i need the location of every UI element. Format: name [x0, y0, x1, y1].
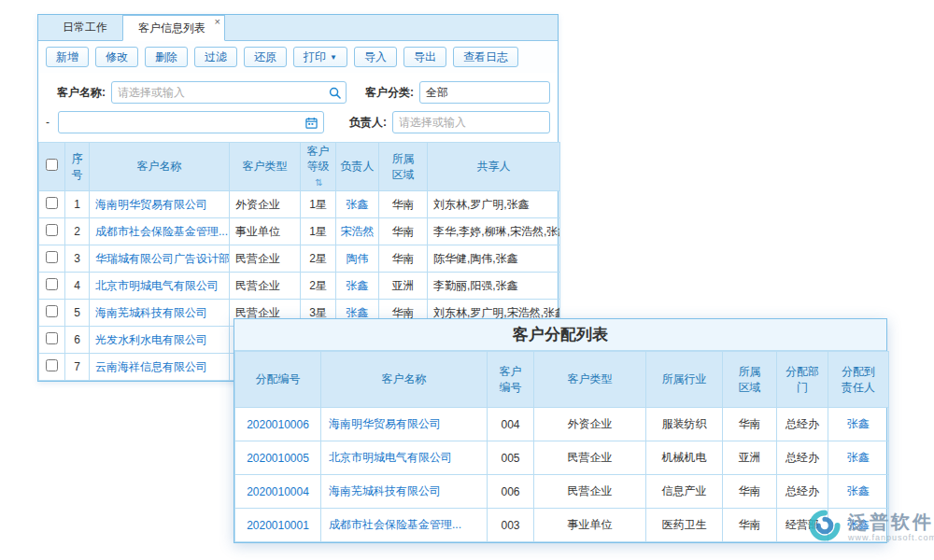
customer-name-link[interactable]: 成都市社会保险基金管理... [95, 225, 228, 238]
row-checkbox[interactable] [46, 359, 58, 371]
tab-customer-info-list[interactable]: 客户信息列表 × [122, 15, 225, 41]
alloc-no-cell: 2020010001 [235, 509, 321, 542]
customer-name-cell: 海南芜城科技有限公司 [90, 300, 230, 327]
customer-name-cell: 光发水利水电有限公司 [90, 327, 230, 354]
allocation-table-body: 2020010006 海南明华贸易有限公司 004 外资企业 服装纺织 华南 总… [235, 408, 889, 542]
shared-cell: 陈华健,陶伟,张鑫 [428, 245, 560, 273]
owner-label: 负责人: [330, 115, 387, 131]
customer-name-link[interactable]: 海南明华贸易有限公司 [95, 198, 207, 211]
sort-icon[interactable]: ⇅ [315, 177, 322, 188]
customer-name-field[interactable] [111, 81, 347, 104]
customer-name-link[interactable]: 光发水利水电有限公司 [95, 333, 207, 346]
alloc-customer-name-link[interactable]: 海南芜城科技有限公司 [329, 484, 441, 497]
customer-row[interactable]: 1 海南明华贸易有限公司 外资企业 1星 张鑫 华南 刘东林,罗广明,张鑫 [39, 191, 560, 218]
screen: 日常工作 客户信息列表 × 新增 修改 删除 过滤 还原 打印 ▼ 导入 导出 … [0, 0, 934, 560]
restore-button[interactable]: 还原 [244, 47, 287, 67]
row-checkbox[interactable] [46, 224, 58, 236]
row-select-cell [39, 300, 65, 327]
allocation-row[interactable]: 2020010006 海南明华贸易有限公司 004 外资企业 服装纺织 华南 总… [235, 408, 889, 441]
date-input[interactable] [59, 116, 300, 129]
owner-cell: 陶伟 [336, 245, 379, 273]
alloc-no-link[interactable]: 2020010001 [247, 519, 309, 532]
row-checkbox[interactable] [46, 197, 58, 209]
edit-button[interactable]: 修改 [95, 47, 138, 67]
col-header-customer-level[interactable]: 客户 等级⇅ [301, 143, 336, 191]
owner-link[interactable]: 张鑫 [347, 279, 369, 292]
search-icon[interactable] [323, 87, 346, 99]
assignee-link[interactable]: 张鑫 [847, 417, 870, 430]
col-header-index: 序 号 [65, 143, 90, 191]
add-button[interactable]: 新增 [46, 47, 89, 67]
assignee-link[interactable]: 张鑫 [847, 451, 870, 464]
tab-daily-work-label: 日常工作 [63, 20, 107, 35]
row-index: 6 [65, 327, 90, 354]
view-log-button[interactable]: 查看日志 [453, 47, 518, 67]
col-header-region: 所属 区域 [379, 143, 428, 191]
alloc-no-cell: 2020010004 [235, 475, 321, 509]
row-checkbox[interactable] [46, 251, 58, 263]
row-select-cell [39, 191, 65, 218]
alloc-customer-name-cell: 北京市明城电气有限公司 [321, 441, 488, 475]
tab-close-icon[interactable]: × [215, 17, 220, 27]
print-button[interactable]: 打印 ▼ [293, 47, 347, 67]
alloc-customer-name-link[interactable]: 北京市明城电气有限公司 [329, 451, 452, 464]
allocation-row[interactable]: 2020010001 成都市社会保险基金管理... 003 事业单位 医药卫生 … [235, 509, 889, 542]
alloc-region-cell: 华南 [723, 475, 777, 509]
customer-category-select[interactable]: 全部 [419, 81, 550, 104]
alloc-customer-name-link[interactable]: 海南明华贸易有限公司 [329, 417, 441, 430]
region-cell: 华南 [379, 245, 428, 273]
customer-name-link[interactable]: 云南海祥信息有限公司 [95, 360, 207, 373]
customer-row[interactable]: 4 北京市明城电气有限公司 民营企业 2星 张鑫 亚洲 李勤丽,阳强,张鑫 [39, 273, 560, 300]
export-button[interactable]: 导出 [403, 47, 446, 67]
customer-name-input[interactable] [112, 86, 323, 99]
col-header-alloc-customer-name: 客户名称 [321, 352, 488, 408]
owner-cell: 张鑫 [336, 191, 379, 218]
row-select-cell [39, 273, 65, 300]
row-checkbox[interactable] [46, 332, 58, 344]
filter-area: 客户名称: 客户分类: 全部 - [38, 73, 558, 142]
allocation-row[interactable]: 2020010004 海南芜城科技有限公司 006 民营企业 信息产业 华南 总… [235, 475, 889, 509]
customer-row[interactable]: 3 华瑞城有限公司广告设计部 民营企业 2星 陶伟 华南 陈华健,陶伟,张鑫 [39, 245, 560, 273]
alloc-region-cell: 亚洲 [723, 441, 777, 475]
row-select-cell [39, 327, 65, 354]
customer-no-cell: 005 [488, 441, 534, 475]
customer-name-link[interactable]: 北京市明城电气有限公司 [95, 279, 219, 292]
select-all-checkbox[interactable] [46, 159, 58, 171]
owner-field[interactable] [392, 111, 550, 133]
row-checkbox[interactable] [46, 278, 58, 290]
owner-link[interactable]: 陶伟 [347, 252, 369, 265]
owner-link[interactable]: 张鑫 [347, 198, 369, 211]
calendar-icon[interactable] [301, 117, 323, 129]
row-checkbox[interactable] [46, 305, 58, 317]
customer-name-link[interactable]: 华瑞城有限公司广告设计部 [95, 252, 230, 265]
col-header-owner: 负责人 [336, 143, 379, 191]
tab-daily-work[interactable]: 日常工作 [48, 15, 122, 40]
allocation-row[interactable]: 2020010005 北京市明城电气有限公司 005 民营企业 机械机电 亚洲 … [235, 441, 889, 475]
assignee-link[interactable]: 张鑫 [847, 518, 870, 531]
col-header-assignee: 分配到 责任人 [828, 352, 889, 408]
customer-row[interactable]: 2 成都市社会保险基金管理... 事业单位 1星 宋浩然 华南 李华,李婷,柳琳… [39, 218, 560, 245]
row-index: 4 [65, 273, 90, 300]
row-select-cell [39, 218, 65, 245]
import-button[interactable]: 导入 [354, 47, 397, 67]
industry-cell: 服装纺织 [646, 408, 723, 441]
row-index: 5 [65, 300, 90, 327]
assignee-link[interactable]: 张鑫 [847, 484, 870, 497]
alloc-no-link[interactable]: 2020010005 [247, 452, 309, 465]
tab-customer-info-list-label: 客户信息列表 [138, 21, 205, 36]
filter-button[interactable]: 过滤 [194, 47, 237, 67]
chevron-down-icon: ▼ [330, 53, 337, 62]
alloc-customer-name-link[interactable]: 成都市社会保险基金管理... [329, 518, 461, 531]
date-field[interactable] [58, 111, 323, 133]
col-header-alloc-region: 所属 区域 [723, 352, 777, 408]
alloc-no-link[interactable]: 2020010006 [247, 418, 309, 431]
customer-allocation-dialog: 客户分配列表 分配编号 客户名称 客户 编号 客户类型 所属行业 所属 区域 分… [234, 318, 887, 543]
owner-input[interactable] [393, 116, 549, 129]
print-button-label: 打印 [304, 49, 326, 65]
owner-link[interactable]: 张鑫 [347, 306, 369, 319]
customer-name-link[interactable]: 海南芜城科技有限公司 [95, 306, 207, 319]
customer-name-label: 客户名称: [46, 85, 106, 101]
delete-button[interactable]: 删除 [145, 47, 188, 67]
owner-link[interactable]: 宋浩然 [341, 225, 375, 238]
alloc-no-link[interactable]: 2020010004 [247, 485, 309, 498]
